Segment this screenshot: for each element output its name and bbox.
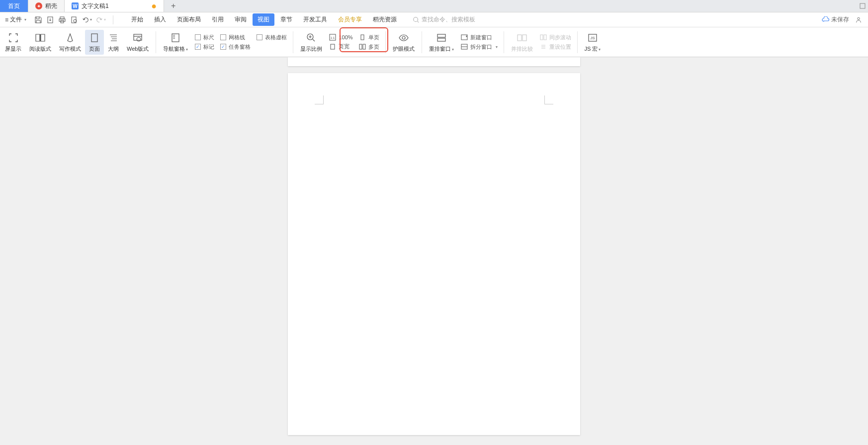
share-button[interactable]	[855, 16, 862, 23]
split-window-icon	[461, 44, 468, 50]
page-width-icon	[329, 43, 336, 50]
svg-rect-19	[363, 44, 365, 49]
magnifier-icon	[306, 32, 316, 44]
nav-pane-icon	[171, 32, 180, 44]
ruler-checkbox[interactable]: 标尺	[195, 34, 214, 41]
separator	[293, 31, 293, 53]
reset-position-button: 重设位置	[540, 43, 571, 51]
tab-home[interactable]: 首页	[0, 0, 28, 12]
undo-button[interactable]: ▾	[82, 16, 92, 23]
page-view-stack: 单页 多页	[356, 27, 382, 57]
menu-tab-start[interactable]: 开始	[126, 13, 148, 26]
document-workspace[interactable]	[0, 57, 868, 445]
page-view-button[interactable]: 页面	[85, 30, 104, 55]
multi-page-button[interactable]: 多页	[359, 43, 379, 51]
markup-checkbox[interactable]: 标记	[195, 43, 214, 51]
share-icon	[855, 16, 862, 23]
window-icon[interactable]	[859, 2, 866, 9]
tab-docker-label: 稻壳	[45, 2, 57, 10]
unsaved-label: 未保存	[831, 15, 849, 24]
menu-tab-review[interactable]: 审阅	[230, 13, 252, 26]
single-page-button[interactable]: 单页	[359, 34, 379, 41]
web-icon	[133, 32, 143, 44]
page-previous-bottom[interactable]	[288, 57, 580, 66]
menu-tab-chapter[interactable]: 章节	[275, 13, 297, 26]
page-width-button[interactable]: 页宽	[329, 43, 352, 50]
menu-tab-view[interactable]: 视图	[253, 13, 274, 26]
svg-rect-17	[361, 35, 364, 40]
compare-stack: 同步滚动 重设位置	[537, 27, 574, 57]
sync-scroll-icon	[540, 34, 547, 40]
gridlines-checkbox[interactable]: 网格线	[220, 34, 251, 41]
separator	[385, 31, 386, 53]
svg-rect-26	[522, 35, 526, 41]
svg-rect-9	[91, 34, 97, 42]
search-placeholder: 查找命令、搜索模板	[422, 15, 475, 24]
separator	[504, 31, 504, 53]
svg-rect-22	[437, 38, 445, 41]
quick-access-toolbar: ▾ ▾	[34, 15, 116, 24]
menu-tab-docker-resources[interactable]: 稻壳资源	[368, 13, 402, 26]
unsaved-status[interactable]: 未保存	[822, 15, 849, 24]
menu-left: ≡ 文件 ▾ ▾ ▾	[2, 13, 475, 26]
page-stack	[288, 57, 580, 445]
split-window-button[interactable]: 拆分窗口▾	[461, 43, 498, 51]
separator	[577, 31, 578, 53]
fullscreen-icon	[8, 32, 18, 44]
eye-icon	[398, 32, 409, 44]
plus-icon: +	[171, 1, 175, 10]
compare-icon	[517, 32, 527, 44]
redo-button[interactable]: ▾	[96, 16, 106, 23]
tab-bar: 首页 ✦ 稻壳 W 文字文稿1 ● +	[0, 0, 868, 12]
menu-tab-insert[interactable]: 插入	[149, 13, 171, 26]
file-menu-label: 文件	[10, 15, 22, 24]
checkboxes-group-1: 标尺 标记	[192, 27, 217, 57]
fullscreen-button[interactable]: 屏显示	[1, 30, 25, 55]
svg-rect-16	[331, 44, 335, 49]
tab-add-button[interactable]: +	[164, 0, 182, 12]
tab-document-label: 文字文稿1	[82, 2, 109, 10]
js-icon: JS	[588, 32, 598, 44]
new-window-icon	[461, 34, 468, 40]
write-mode-button[interactable]: 写作模式	[55, 30, 85, 55]
svg-text:1:1: 1:1	[331, 36, 335, 39]
svg-rect-21	[437, 34, 445, 37]
menu-tab-dev-tools[interactable]: 开发工具	[298, 13, 332, 26]
task-pane-checkbox[interactable]: 任务窗格	[220, 43, 251, 51]
zoom-ratio-button[interactable]: 显示比例	[296, 30, 326, 55]
menu-bar: ≡ 文件 ▾ ▾ ▾	[0, 12, 868, 27]
print-button[interactable]	[58, 16, 66, 24]
menu-tab-page-layout[interactable]: 页面布局	[172, 13, 206, 26]
menu-right: 未保存	[822, 15, 866, 24]
command-search[interactable]: 查找命令、搜索模板	[413, 15, 475, 24]
margin-corner-tl	[315, 95, 324, 104]
new-window-button[interactable]: 新建窗口	[461, 34, 498, 41]
svg-point-8	[858, 17, 860, 19]
checkboxes-group-3: 表格虚框	[254, 27, 290, 57]
menu-tab-references[interactable]: 引用	[207, 13, 229, 26]
svg-text:JS: JS	[590, 36, 595, 40]
page-current[interactable]	[288, 73, 580, 435]
ribbon: 屏显示 阅读版式 写作模式 页面 大纲 Web版式 导航窗格▾ 标尺 标记 网格…	[0, 27, 868, 57]
file-menu[interactable]: ≡ 文件 ▾	[2, 14, 29, 25]
read-layout-button[interactable]: 阅读版式	[25, 30, 55, 55]
js-macro-button[interactable]: JS JS 宏▾	[581, 30, 605, 55]
outline-button[interactable]: 大纲	[104, 30, 123, 55]
svg-point-7	[414, 17, 418, 21]
tab-document[interactable]: W 文字文稿1 ●	[65, 0, 164, 12]
web-layout-button[interactable]: Web版式	[123, 30, 153, 55]
nav-pane-button[interactable]: 导航窗格▾	[159, 30, 192, 55]
export-button[interactable]	[46, 16, 54, 24]
print-preview-button[interactable]	[70, 16, 78, 24]
svg-point-11	[137, 37, 141, 41]
save-button[interactable]	[34, 16, 42, 24]
pen-icon	[66, 32, 75, 44]
zoom-100-button[interactable]: 1:1 100%	[329, 34, 352, 41]
menu-tab-member[interactable]: 会员专享	[333, 13, 367, 26]
svg-rect-18	[359, 44, 362, 49]
tab-docker[interactable]: ✦ 稻壳	[28, 0, 65, 12]
eye-mode-button[interactable]: 护眼模式	[389, 30, 419, 55]
table-gridlines-checkbox[interactable]: 表格虚框	[257, 34, 287, 41]
arrange-windows-button[interactable]: 重排窗口▾	[425, 30, 458, 55]
tabbar-right	[859, 0, 868, 12]
